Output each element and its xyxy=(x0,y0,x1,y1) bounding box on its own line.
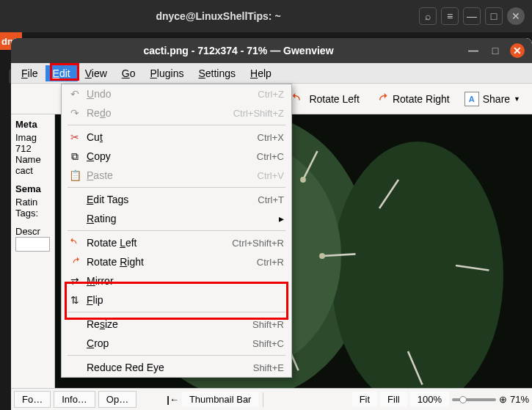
search-icon[interactable]: ⌕ xyxy=(419,7,437,25)
share-icon: A xyxy=(464,92,479,106)
menu-item-paste[interactable]: 📋 Paste Ctrl+V xyxy=(62,166,291,185)
thumbnail-collapse-icon[interactable]: |← xyxy=(167,394,179,405)
redo-icon: ↷ xyxy=(69,107,81,119)
cut-icon: ✂ xyxy=(69,131,81,143)
menu-view[interactable]: View xyxy=(78,65,114,81)
zoom-slider[interactable] xyxy=(452,398,496,401)
menu-item-rating[interactable]: Rating ▸ xyxy=(62,209,291,228)
rotate-right-icon xyxy=(69,256,81,268)
rotate-right-button[interactable]: Rotate Right xyxy=(368,89,456,109)
terminal-titlebar: dnyce@LinuxShellTips: ~ ⌕ ≡ — □ ✕ xyxy=(0,0,532,32)
hundred-percent-button[interactable]: 100% xyxy=(410,392,449,407)
menu-file[interactable]: File xyxy=(14,65,45,81)
undo-icon: ↶ xyxy=(69,88,81,100)
menu-item-edit-tags[interactable]: Edit Tags Ctrl+T xyxy=(62,190,291,209)
edit-dropdown: ↶ Undo Ctrl+Z ↷ Redo Ctrl+Shift+Z ✂ Cut … xyxy=(61,84,292,378)
semantic-section-title: Sema xyxy=(15,183,50,194)
image-size-label: Imag xyxy=(15,132,50,143)
zoom-value: 71% xyxy=(510,394,529,405)
svg-point-9 xyxy=(319,253,325,259)
image-size-value: 712 xyxy=(15,143,50,154)
menu-go[interactable]: Go xyxy=(114,65,143,81)
name-value: cact xyxy=(15,165,50,176)
menu-item-rotate-right[interactable]: Rotate Right Ctrl+R xyxy=(62,252,291,271)
close-icon[interactable]: ✕ xyxy=(510,43,525,58)
maximize-icon[interactable]: □ xyxy=(485,7,503,25)
menu-item-mirror[interactable]: ⇄ Mirror xyxy=(62,271,291,290)
rotate-left-button[interactable]: Rotate Left xyxy=(285,89,365,109)
thumbnail-bar-button[interactable]: Thumbnail Bar xyxy=(182,392,259,407)
menu-item-undo[interactable]: ↶ Undo Ctrl+Z xyxy=(62,84,291,103)
terminal-title: dnyce@LinuxShellTips: ~ xyxy=(22,10,415,22)
meta-section-title: Meta xyxy=(15,119,50,130)
chevron-down-icon: ▼ xyxy=(514,95,520,103)
operations-tab[interactable]: Op… xyxy=(98,391,136,408)
flip-icon: ⇅ xyxy=(69,294,81,306)
share-button[interactable]: A Share ▼ xyxy=(459,89,526,109)
menu-settings[interactable]: Settings xyxy=(191,65,243,81)
menu-plugins[interactable]: Plugins xyxy=(143,65,192,81)
menu-item-rotate-left[interactable]: Rotate Left Ctrl+Shift+R xyxy=(62,233,291,252)
folders-tab[interactable]: Fo… xyxy=(14,391,51,408)
share-label: Share xyxy=(483,93,510,105)
bottom-bar: Fo… Info… Op… |← Thumbnail Bar Fit Fill … xyxy=(11,388,532,410)
description-input[interactable] xyxy=(15,237,50,252)
menubar: File Edit View Go Plugins Settings Help xyxy=(11,63,532,84)
zoom-plus-icon[interactable]: ⊕ xyxy=(499,394,507,405)
description-label: Descr xyxy=(15,226,50,237)
copy-icon: ⧉ xyxy=(69,150,81,162)
gwenview-titlebar: cacti.png - 712x374 - 71% — Gwenview — □… xyxy=(11,38,532,63)
menu-item-reduce-red-eye[interactable]: Reduce Red Eye Shift+E xyxy=(62,358,291,377)
menu-item-redo[interactable]: ↷ Redo Ctrl+Shift+Z xyxy=(62,103,291,122)
rating-label: Ratin xyxy=(15,197,50,208)
menu-item-cut[interactable]: ✂ Cut Ctrl+X xyxy=(62,128,291,147)
menu-item-flip[interactable]: ⇅ Flip xyxy=(62,290,291,310)
paste-icon: 📋 xyxy=(69,169,81,181)
menu-item-resize[interactable]: Resize Shift+R xyxy=(62,315,291,334)
name-label: Name xyxy=(15,154,50,165)
rotate-right-label: Rotate Right xyxy=(393,93,450,105)
close-icon[interactable]: ✕ xyxy=(507,7,525,25)
rotate-left-icon xyxy=(69,237,81,249)
tags-label: Tags: xyxy=(15,208,50,219)
svg-point-7 xyxy=(300,177,306,183)
fill-button[interactable]: Fill xyxy=(380,392,407,407)
hamburger-icon[interactable]: ≡ xyxy=(441,7,459,25)
maximize-icon[interactable]: □ xyxy=(488,43,503,58)
rotate-left-icon xyxy=(291,92,305,106)
minimize-icon[interactable]: — xyxy=(463,7,481,25)
submenu-arrow-icon: ▸ xyxy=(279,213,284,224)
highlight-edit-menu xyxy=(50,63,79,81)
info-tab[interactable]: Info… xyxy=(54,391,95,408)
rotate-left-label: Rotate Left xyxy=(309,93,360,105)
minimize-icon[interactable]: — xyxy=(466,43,481,58)
rotate-right-icon xyxy=(374,92,389,106)
gwenview-title: cacti.png - 712x374 - 71% — Gwenview xyxy=(18,45,459,56)
fit-button[interactable]: Fit xyxy=(352,392,377,407)
menu-help[interactable]: Help xyxy=(243,65,279,81)
sidebar: Meta Imag 712 Name cact Sema Ratin Tags:… xyxy=(11,114,55,388)
menu-item-copy[interactable]: ⧉ Copy Ctrl+C xyxy=(62,147,291,166)
menu-item-crop[interactable]: Crop Shift+C xyxy=(62,334,291,353)
mirror-icon: ⇄ xyxy=(69,275,81,287)
